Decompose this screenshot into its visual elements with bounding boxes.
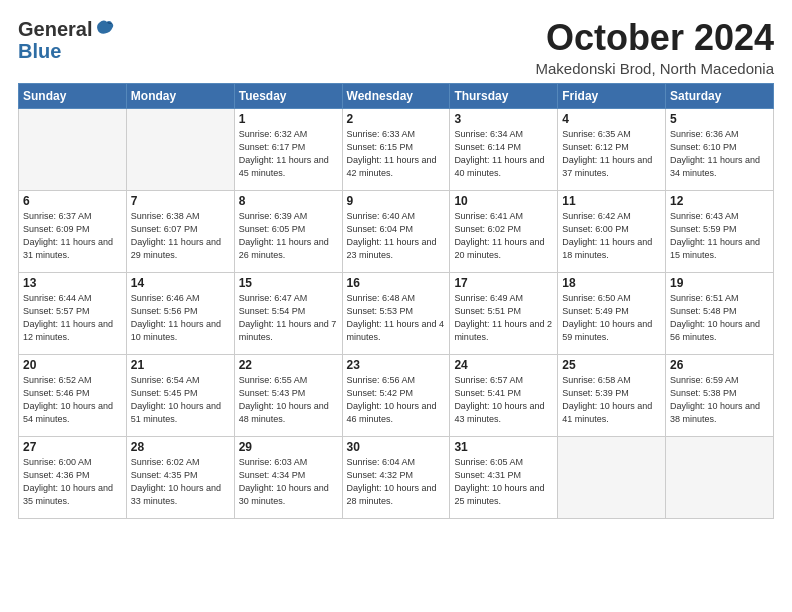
calendar-cell: 12Sunrise: 6:43 AM Sunset: 5:59 PM Dayli… — [666, 190, 774, 272]
day-number: 15 — [239, 276, 338, 290]
calendar-cell: 17Sunrise: 6:49 AM Sunset: 5:51 PM Dayli… — [450, 272, 558, 354]
calendar-cell: 22Sunrise: 6:55 AM Sunset: 5:43 PM Dayli… — [234, 354, 342, 436]
calendar-week-row: 1Sunrise: 6:32 AM Sunset: 6:17 PM Daylig… — [19, 108, 774, 190]
day-info: Sunrise: 6:46 AM Sunset: 5:56 PM Dayligh… — [131, 292, 230, 344]
calendar-table: SundayMondayTuesdayWednesdayThursdayFrid… — [18, 83, 774, 519]
calendar-cell: 19Sunrise: 6:51 AM Sunset: 5:48 PM Dayli… — [666, 272, 774, 354]
day-number: 30 — [347, 440, 446, 454]
day-number: 18 — [562, 276, 661, 290]
calendar-cell: 5Sunrise: 6:36 AM Sunset: 6:10 PM Daylig… — [666, 108, 774, 190]
day-number: 9 — [347, 194, 446, 208]
day-info: Sunrise: 6:37 AM Sunset: 6:09 PM Dayligh… — [23, 210, 122, 262]
day-info: Sunrise: 6:38 AM Sunset: 6:07 PM Dayligh… — [131, 210, 230, 262]
calendar-week-row: 13Sunrise: 6:44 AM Sunset: 5:57 PM Dayli… — [19, 272, 774, 354]
day-info: Sunrise: 6:39 AM Sunset: 6:05 PM Dayligh… — [239, 210, 338, 262]
calendar-cell — [666, 436, 774, 518]
day-number: 6 — [23, 194, 122, 208]
day-number: 11 — [562, 194, 661, 208]
day-info: Sunrise: 6:03 AM Sunset: 4:34 PM Dayligh… — [239, 456, 338, 508]
calendar-cell — [126, 108, 234, 190]
calendar-cell: 14Sunrise: 6:46 AM Sunset: 5:56 PM Dayli… — [126, 272, 234, 354]
day-number: 3 — [454, 112, 553, 126]
logo-blue-text: Blue — [18, 40, 116, 62]
calendar-cell: 25Sunrise: 6:58 AM Sunset: 5:39 PM Dayli… — [558, 354, 666, 436]
day-number: 19 — [670, 276, 769, 290]
calendar-cell: 24Sunrise: 6:57 AM Sunset: 5:41 PM Dayli… — [450, 354, 558, 436]
day-number: 28 — [131, 440, 230, 454]
day-info: Sunrise: 6:54 AM Sunset: 5:45 PM Dayligh… — [131, 374, 230, 426]
calendar-cell: 1Sunrise: 6:32 AM Sunset: 6:17 PM Daylig… — [234, 108, 342, 190]
day-number: 23 — [347, 358, 446, 372]
calendar-cell: 26Sunrise: 6:59 AM Sunset: 5:38 PM Dayli… — [666, 354, 774, 436]
day-number: 27 — [23, 440, 122, 454]
title-block: October 2024 Makedonski Brod, North Mace… — [536, 18, 774, 77]
day-number: 22 — [239, 358, 338, 372]
calendar-cell: 6Sunrise: 6:37 AM Sunset: 6:09 PM Daylig… — [19, 190, 127, 272]
day-info: Sunrise: 6:57 AM Sunset: 5:41 PM Dayligh… — [454, 374, 553, 426]
weekday-header: Saturday — [666, 83, 774, 108]
day-info: Sunrise: 6:33 AM Sunset: 6:15 PM Dayligh… — [347, 128, 446, 180]
day-info: Sunrise: 6:04 AM Sunset: 4:32 PM Dayligh… — [347, 456, 446, 508]
calendar-week-row: 20Sunrise: 6:52 AM Sunset: 5:46 PM Dayli… — [19, 354, 774, 436]
day-number: 12 — [670, 194, 769, 208]
month-title: October 2024 — [536, 18, 774, 58]
day-info: Sunrise: 6:59 AM Sunset: 5:38 PM Dayligh… — [670, 374, 769, 426]
day-info: Sunrise: 6:55 AM Sunset: 5:43 PM Dayligh… — [239, 374, 338, 426]
calendar-cell: 16Sunrise: 6:48 AM Sunset: 5:53 PM Dayli… — [342, 272, 450, 354]
logo: General Blue — [18, 18, 116, 62]
calendar-cell: 2Sunrise: 6:33 AM Sunset: 6:15 PM Daylig… — [342, 108, 450, 190]
day-number: 1 — [239, 112, 338, 126]
calendar-cell: 21Sunrise: 6:54 AM Sunset: 5:45 PM Dayli… — [126, 354, 234, 436]
location-title: Makedonski Brod, North Macedonia — [536, 60, 774, 77]
day-number: 2 — [347, 112, 446, 126]
calendar-cell — [558, 436, 666, 518]
calendar-cell: 7Sunrise: 6:38 AM Sunset: 6:07 PM Daylig… — [126, 190, 234, 272]
day-number: 17 — [454, 276, 553, 290]
day-info: Sunrise: 6:56 AM Sunset: 5:42 PM Dayligh… — [347, 374, 446, 426]
day-number: 10 — [454, 194, 553, 208]
day-info: Sunrise: 6:00 AM Sunset: 4:36 PM Dayligh… — [23, 456, 122, 508]
calendar-cell: 30Sunrise: 6:04 AM Sunset: 4:32 PM Dayli… — [342, 436, 450, 518]
calendar-cell: 9Sunrise: 6:40 AM Sunset: 6:04 PM Daylig… — [342, 190, 450, 272]
day-number: 5 — [670, 112, 769, 126]
weekday-header: Wednesday — [342, 83, 450, 108]
logo-bird-icon — [94, 18, 116, 40]
calendar-week-row: 6Sunrise: 6:37 AM Sunset: 6:09 PM Daylig… — [19, 190, 774, 272]
weekday-header: Friday — [558, 83, 666, 108]
calendar-cell: 4Sunrise: 6:35 AM Sunset: 6:12 PM Daylig… — [558, 108, 666, 190]
day-info: Sunrise: 6:05 AM Sunset: 4:31 PM Dayligh… — [454, 456, 553, 508]
calendar-cell: 27Sunrise: 6:00 AM Sunset: 4:36 PM Dayli… — [19, 436, 127, 518]
day-number: 31 — [454, 440, 553, 454]
day-info: Sunrise: 6:50 AM Sunset: 5:49 PM Dayligh… — [562, 292, 661, 344]
calendar-cell: 23Sunrise: 6:56 AM Sunset: 5:42 PM Dayli… — [342, 354, 450, 436]
calendar-cell: 31Sunrise: 6:05 AM Sunset: 4:31 PM Dayli… — [450, 436, 558, 518]
calendar-cell: 10Sunrise: 6:41 AM Sunset: 6:02 PM Dayli… — [450, 190, 558, 272]
header: General Blue October 2024 Makedonski Bro… — [18, 18, 774, 77]
day-info: Sunrise: 6:36 AM Sunset: 6:10 PM Dayligh… — [670, 128, 769, 180]
day-number: 26 — [670, 358, 769, 372]
day-number: 25 — [562, 358, 661, 372]
day-info: Sunrise: 6:41 AM Sunset: 6:02 PM Dayligh… — [454, 210, 553, 262]
day-info: Sunrise: 6:52 AM Sunset: 5:46 PM Dayligh… — [23, 374, 122, 426]
day-info: Sunrise: 6:42 AM Sunset: 6:00 PM Dayligh… — [562, 210, 661, 262]
day-number: 13 — [23, 276, 122, 290]
day-number: 21 — [131, 358, 230, 372]
day-info: Sunrise: 6:43 AM Sunset: 5:59 PM Dayligh… — [670, 210, 769, 262]
logo-general-text: General — [18, 18, 92, 40]
day-number: 4 — [562, 112, 661, 126]
calendar-cell: 20Sunrise: 6:52 AM Sunset: 5:46 PM Dayli… — [19, 354, 127, 436]
calendar-cell: 11Sunrise: 6:42 AM Sunset: 6:00 PM Dayli… — [558, 190, 666, 272]
calendar-cell: 18Sunrise: 6:50 AM Sunset: 5:49 PM Dayli… — [558, 272, 666, 354]
day-info: Sunrise: 6:48 AM Sunset: 5:53 PM Dayligh… — [347, 292, 446, 344]
weekday-header: Sunday — [19, 83, 127, 108]
calendar-cell — [19, 108, 127, 190]
day-info: Sunrise: 6:44 AM Sunset: 5:57 PM Dayligh… — [23, 292, 122, 344]
day-number: 24 — [454, 358, 553, 372]
day-info: Sunrise: 6:34 AM Sunset: 6:14 PM Dayligh… — [454, 128, 553, 180]
day-info: Sunrise: 6:40 AM Sunset: 6:04 PM Dayligh… — [347, 210, 446, 262]
weekday-header: Thursday — [450, 83, 558, 108]
day-info: Sunrise: 6:47 AM Sunset: 5:54 PM Dayligh… — [239, 292, 338, 344]
calendar-cell: 8Sunrise: 6:39 AM Sunset: 6:05 PM Daylig… — [234, 190, 342, 272]
day-number: 7 — [131, 194, 230, 208]
calendar-cell: 13Sunrise: 6:44 AM Sunset: 5:57 PM Dayli… — [19, 272, 127, 354]
